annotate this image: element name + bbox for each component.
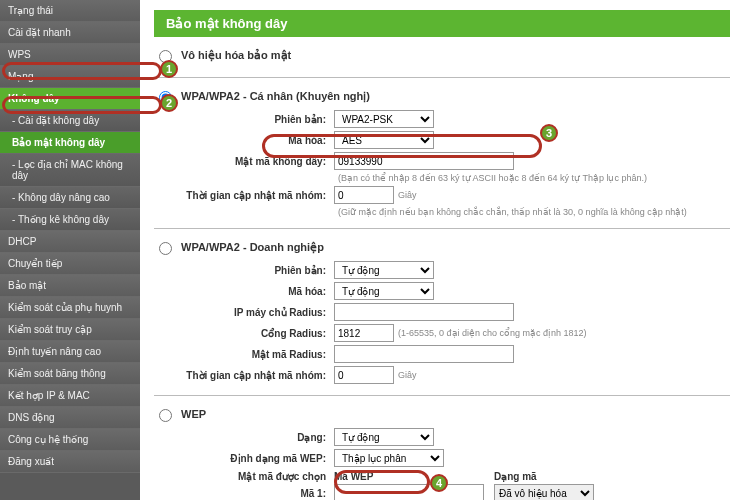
ent-interval-input[interactable]	[334, 366, 394, 384]
sidebar-item-network[interactable]: Mạng	[0, 66, 140, 88]
wep-type-label: Dạng:	[154, 432, 334, 443]
sidebar-item-security[interactable]: Bảo mật	[0, 275, 140, 297]
personal-version-label: Phiên bản:	[154, 114, 334, 125]
sidebar-item-status[interactable]: Trạng thái	[0, 0, 140, 22]
sidebar-item-access[interactable]: Kiểm soát truy cập	[0, 319, 140, 341]
marker-4: 4	[430, 474, 448, 492]
sidebar-item-forwarding[interactable]: Chuyển tiếp	[0, 253, 140, 275]
disable-label: Vô hiệu hóa bảo mật	[181, 49, 291, 62]
personal-version-select[interactable]: WPA2-PSK	[334, 110, 434, 128]
wep-type-1[interactable]: Đã vô hiệu hóa	[494, 484, 594, 500]
marker-2: 2	[160, 94, 178, 112]
ent-radius-ip-label: IP máy chủ Radius:	[154, 307, 334, 318]
marker-3: 3	[540, 124, 558, 142]
ent-version-select[interactable]: Tự động	[334, 261, 434, 279]
ent-interval-label: Thời gian cập nhật mã nhóm:	[154, 370, 334, 381]
ent-enc-label: Mã hóa:	[154, 286, 334, 297]
personal-interval-unit: Giây	[398, 190, 417, 200]
ent-radius-pwd-input[interactable]	[334, 345, 514, 363]
personal-interval-label: Thời gian cập nhật mã nhóm:	[154, 190, 334, 201]
sidebar-item-parental[interactable]: Kiểm soát của phụ huynh	[0, 297, 140, 319]
personal-interval-input[interactable]	[334, 186, 394, 204]
sidebar-item-wireless-advanced[interactable]: - Không dây nâng cao	[0, 187, 140, 209]
ent-radius-pwd-label: Mật mã Radius:	[154, 349, 334, 360]
ent-radius-port-hint: (1-65535, 0 đại diện cho cổng mặc định 1…	[398, 328, 587, 338]
sidebar-item-routing[interactable]: Định tuyến nâng cao	[0, 341, 140, 363]
wep-type-select[interactable]: Tự động	[334, 428, 434, 446]
sidebar-item-mac-filter[interactable]: - Lọc địa chỉ MAC không dây	[0, 154, 140, 187]
personal-pwd-hint: (Bạn có thể nhập 8 đến 63 ký tự ASCII ho…	[338, 173, 647, 183]
personal-pwd-label: Mật mã không dây:	[154, 156, 334, 167]
personal-enc-select[interactable]: AES	[334, 131, 434, 149]
ent-interval-unit: Giây	[398, 370, 417, 380]
sidebar-item-wireless-stats[interactable]: - Thống kê không dây	[0, 209, 140, 231]
ent-radius-port-label: Cổng Radius:	[154, 328, 334, 339]
sidebar-item-quicksetup[interactable]: Cài đặt nhanh	[0, 22, 140, 44]
wep-col-key: Mã WEP	[334, 471, 494, 482]
sidebar-item-tools[interactable]: Công cụ hệ thống	[0, 429, 140, 451]
ent-radius-ip-input[interactable]	[334, 303, 514, 321]
wep-key-1[interactable]	[334, 484, 484, 500]
personal-title: WPA/WPA2 - Cá nhân (Khuyên nghị)	[181, 90, 370, 103]
sidebar-item-ipmac[interactable]: Kết hợp IP & MAC	[0, 385, 140, 407]
sidebar-item-dhcp[interactable]: DHCP	[0, 231, 140, 253]
radio-enterprise[interactable]	[159, 242, 172, 255]
sidebar: Trạng thái Cài đặt nhanh WPS Mạng Không …	[0, 0, 140, 500]
wep-fmt-select[interactable]: Thập lục phân	[334, 449, 444, 467]
marker-1: 1	[160, 60, 178, 78]
radio-wep[interactable]	[159, 409, 172, 422]
sidebar-item-wps[interactable]: WPS	[0, 44, 140, 66]
enterprise-title: WPA/WPA2 - Doanh nghiệp	[181, 241, 324, 254]
personal-interval-hint: (Giữ mặc định nếu bạn không chắc chắn, t…	[338, 207, 687, 217]
sidebar-item-wireless-settings[interactable]: - Cài đặt không dây	[0, 110, 140, 132]
ent-radius-port-input[interactable]	[334, 324, 394, 342]
personal-enc-label: Mã hóa:	[154, 135, 334, 146]
personal-pwd-input[interactable]	[334, 152, 514, 170]
sidebar-item-ddns[interactable]: DNS động	[0, 407, 140, 429]
sidebar-item-wireless[interactable]: Không dây	[0, 88, 140, 110]
page-title: Bảo mật không dây	[154, 10, 730, 37]
sidebar-item-wireless-security[interactable]: Bảo mật không dây	[0, 132, 140, 154]
wep-col-type: Dạng mã	[494, 471, 604, 482]
ent-enc-select[interactable]: Tự động	[334, 282, 434, 300]
sidebar-item-logout[interactable]: Đăng xuất	[0, 451, 140, 473]
wep-title: WEP	[181, 408, 206, 420]
ent-version-label: Phiên bản:	[154, 265, 334, 276]
main-panel: Bảo mật không dây Vô hiệu hóa bảo mật WP…	[140, 0, 750, 500]
wep-chosen-label: Mật mã được chọn	[154, 471, 334, 482]
sidebar-item-bandwidth[interactable]: Kiểm soát băng thông	[0, 363, 140, 385]
wep-fmt-label: Định dạng mã WEP:	[154, 453, 334, 464]
